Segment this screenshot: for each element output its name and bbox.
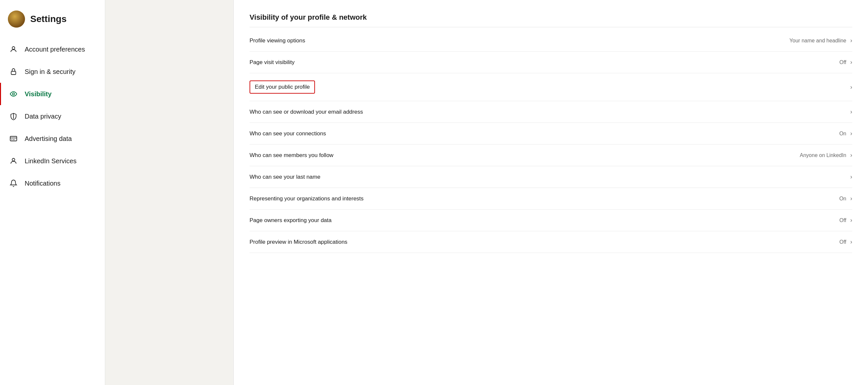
main-content: Visibility of your profile & network Pro… bbox=[234, 0, 868, 385]
svg-point-2 bbox=[12, 93, 14, 95]
settings-item-profile-preview-microsoft[interactable]: Profile preview in Microsoft application… bbox=[250, 231, 852, 253]
settings-item-label: Who can see your last name bbox=[250, 174, 320, 180]
chevron-right-icon: › bbox=[850, 59, 852, 66]
chevron-right-icon: › bbox=[850, 195, 852, 202]
settings-item-representing-organizations[interactable]: Representing your organizations and inte… bbox=[250, 188, 852, 210]
settings-item-profile-viewing-options[interactable]: Profile viewing options Your name and he… bbox=[250, 30, 852, 51]
sidebar-item-data-privacy[interactable]: Data privacy bbox=[0, 105, 105, 128]
chevron-right-icon: › bbox=[850, 108, 852, 115]
settings-item-label: Page visit visibility bbox=[250, 59, 294, 66]
settings-item-value: On bbox=[839, 131, 846, 137]
settings-item-left: Profile preview in Microsoft application… bbox=[250, 239, 347, 245]
settings-item-value: On bbox=[839, 196, 846, 202]
chevron-right-icon: › bbox=[850, 152, 852, 159]
sidebar-item-notifications[interactable]: Notifications bbox=[0, 172, 105, 195]
sidebar-item-label: Sign in & security bbox=[25, 68, 75, 76]
sidebar-item-label: LinkedIn Services bbox=[25, 158, 76, 165]
settings-item-label: Edit your public profile bbox=[250, 80, 315, 94]
settings-item-left: Edit your public profile bbox=[250, 80, 315, 94]
settings-item-right: Off › bbox=[839, 217, 852, 224]
settings-item-right: On › bbox=[839, 130, 852, 137]
settings-item-value: Off bbox=[839, 60, 846, 65]
chevron-right-icon: › bbox=[850, 37, 852, 44]
settings-item-left: Page owners exporting your data bbox=[250, 217, 332, 224]
settings-item-label: Who can see or download your email addre… bbox=[250, 109, 363, 115]
sidebar-item-label: Data privacy bbox=[25, 113, 61, 120]
svg-point-0 bbox=[12, 47, 15, 49]
settings-item-right: Your name and headline › bbox=[789, 37, 852, 44]
settings-item-right: › bbox=[846, 84, 852, 91]
shield-icon bbox=[9, 112, 18, 121]
settings-item-right: On › bbox=[839, 195, 852, 202]
settings-item-value: Your name and headline bbox=[789, 38, 846, 44]
settings-item-label: Profile preview in Microsoft application… bbox=[250, 239, 347, 245]
settings-item-who-can-see-email[interactable]: Who can see or download your email addre… bbox=[250, 101, 852, 123]
sidebar-item-label: Account preferences bbox=[25, 46, 85, 53]
eye-icon bbox=[9, 90, 18, 99]
sidebar-nav: Account preferences Sign in & security V… bbox=[0, 38, 105, 195]
linkedin-services-icon bbox=[9, 156, 18, 166]
settings-item-label: Who can see members you follow bbox=[250, 152, 333, 159]
section-title: Visibility of your profile & network bbox=[250, 13, 852, 27]
sidebar-item-advertising-data[interactable]: Advertising data bbox=[0, 128, 105, 150]
settings-item-label: Who can see your connections bbox=[250, 131, 326, 137]
chevron-right-icon: › bbox=[850, 173, 852, 180]
lock-icon bbox=[9, 67, 18, 76]
sidebar-item-account-preferences[interactable]: Account preferences bbox=[0, 38, 105, 61]
sidebar-header: Settings bbox=[0, 10, 105, 38]
settings-item-left: Who can see members you follow bbox=[250, 152, 333, 159]
middle-panel bbox=[105, 0, 234, 385]
settings-item-right: Off › bbox=[839, 59, 852, 66]
settings-item-who-can-see-connections[interactable]: Who can see your connections On › bbox=[250, 123, 852, 144]
settings-item-edit-public-profile[interactable]: Edit your public profile › bbox=[250, 73, 852, 101]
sidebar-item-label: Notifications bbox=[25, 180, 61, 187]
svg-rect-4 bbox=[10, 136, 17, 141]
app-title: Settings bbox=[30, 14, 66, 24]
chevron-right-icon: › bbox=[850, 130, 852, 137]
settings-item-who-can-see-last-name[interactable]: Who can see your last name › bbox=[250, 166, 852, 188]
settings-item-value: Anyone on LinkedIn bbox=[800, 152, 846, 158]
settings-item-left: Who can see or download your email addre… bbox=[250, 109, 363, 115]
person-icon bbox=[9, 45, 18, 54]
settings-item-value: Off bbox=[839, 239, 846, 245]
settings-item-right: Off › bbox=[839, 239, 852, 245]
sidebar-item-label: Visibility bbox=[25, 90, 52, 98]
chevron-right-icon: › bbox=[850, 217, 852, 224]
settings-list: Profile viewing options Your name and he… bbox=[250, 30, 852, 253]
settings-item-left: Who can see your last name bbox=[250, 174, 320, 180]
chevron-right-icon: › bbox=[850, 239, 852, 245]
settings-item-right: › bbox=[846, 173, 852, 180]
svg-rect-1 bbox=[11, 71, 16, 75]
settings-item-left: Who can see your connections bbox=[250, 131, 326, 137]
settings-item-right: Anyone on LinkedIn › bbox=[800, 152, 852, 159]
settings-item-left: Profile viewing options bbox=[250, 37, 305, 44]
settings-item-page-visit-visibility[interactable]: Page visit visibility Off › bbox=[250, 51, 852, 73]
settings-item-left: Representing your organizations and inte… bbox=[250, 196, 364, 202]
sidebar: Settings Account preferences Sign in & s… bbox=[0, 0, 105, 385]
sidebar-item-sign-in-security[interactable]: Sign in & security bbox=[0, 61, 105, 83]
settings-item-label: Profile viewing options bbox=[250, 37, 305, 44]
settings-item-page-owners-exporting[interactable]: Page owners exporting your data Off › bbox=[250, 210, 852, 231]
chevron-right-icon: › bbox=[850, 84, 852, 91]
sidebar-item-label: Advertising data bbox=[25, 135, 72, 143]
settings-item-label: Representing your organizations and inte… bbox=[250, 196, 364, 202]
settings-item-right: › bbox=[846, 108, 852, 115]
avatar bbox=[8, 10, 25, 28]
settings-item-who-can-see-members-follow[interactable]: Who can see members you follow Anyone on… bbox=[250, 144, 852, 166]
ad-icon bbox=[9, 134, 18, 143]
settings-item-left: Page visit visibility bbox=[250, 59, 294, 66]
svg-point-8 bbox=[12, 158, 15, 161]
settings-item-value: Off bbox=[839, 217, 846, 223]
sidebar-item-visibility[interactable]: Visibility bbox=[0, 83, 105, 105]
settings-item-label: Page owners exporting your data bbox=[250, 217, 332, 224]
sidebar-item-linkedin-services[interactable]: LinkedIn Services bbox=[0, 150, 105, 172]
bell-icon bbox=[9, 179, 18, 188]
